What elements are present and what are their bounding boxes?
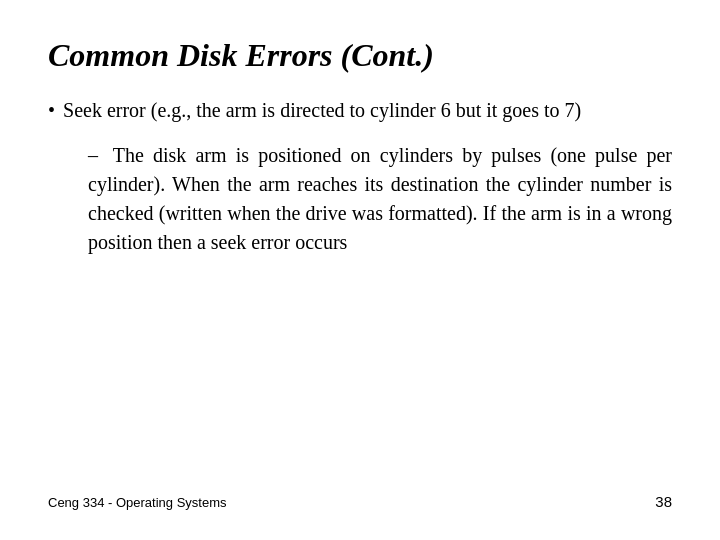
slide-content: • Seek error (e.g., the arm is directed …	[48, 96, 672, 483]
sub-bullet-item: – The disk arm is positioned on cylinder…	[88, 141, 672, 257]
sub-bullet-prefix: –	[88, 144, 98, 166]
bullet-item: • Seek error (e.g., the arm is directed …	[48, 96, 672, 125]
slide-footer: Ceng 334 - Operating Systems 38	[48, 483, 672, 510]
footer-course: Ceng 334 - Operating Systems	[48, 495, 226, 510]
bullet-text: Seek error (e.g., the arm is directed to…	[63, 96, 672, 125]
slide-title: Common Disk Errors (Cont.)	[48, 36, 672, 74]
bullet-symbol: •	[48, 96, 55, 125]
slide-container: Common Disk Errors (Cont.) • Seek error …	[0, 0, 720, 540]
sub-bullet-text: The disk arm is positioned on cylinders …	[88, 144, 672, 253]
footer-page-number: 38	[655, 493, 672, 510]
